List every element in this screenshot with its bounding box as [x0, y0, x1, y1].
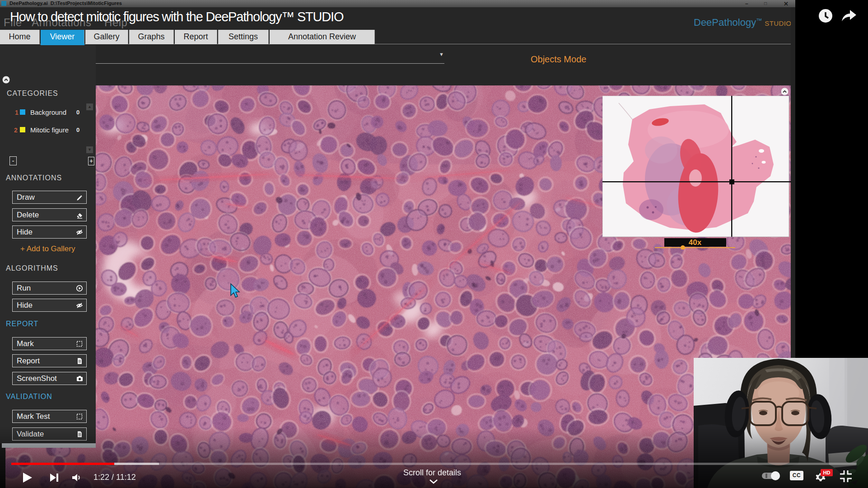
- svg-text:40x: 40x: [689, 238, 702, 247]
